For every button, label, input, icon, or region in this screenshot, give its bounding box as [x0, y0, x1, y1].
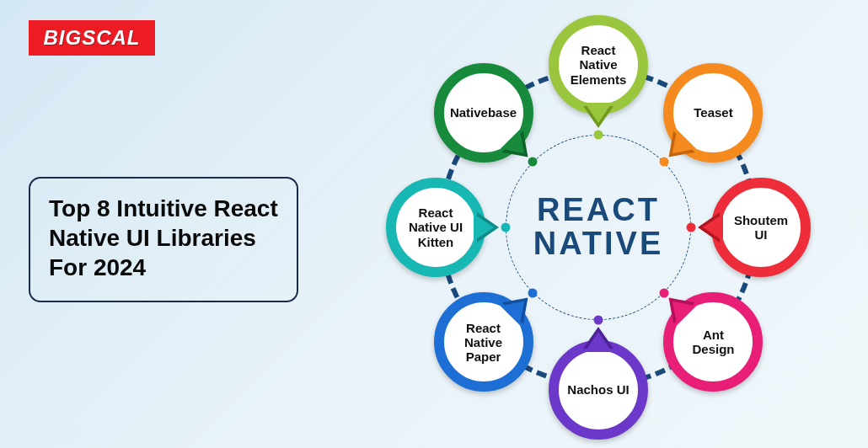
diagram-arrow-tip: [474, 214, 494, 241]
inner-ring-dot: [528, 288, 538, 297]
radial-diagram: REACT NATIVE React Native ElementsTeaset…: [362, 0, 834, 448]
diagram-center-title: REACT NATIVE: [533, 194, 664, 261]
diagram-node-label: Shoutem UI: [728, 213, 794, 243]
brand-logo-text: BIGSCAL: [44, 26, 141, 50]
inner-ring-dot: [528, 157, 538, 167]
diagram-arrow-tip: [703, 214, 723, 241]
page-title: Top 8 Intuitive React Native UI Librarie…: [49, 194, 278, 282]
diagram-arrow-tip: [585, 332, 612, 352]
diagram-node: Nachos UI: [549, 340, 648, 440]
inner-ring-dot: [594, 131, 603, 140]
center-line1: REACT: [533, 194, 664, 227]
diagram-node: React Native Elements: [549, 15, 648, 115]
brand-logo: BIGSCAL: [29, 20, 155, 56]
diagram-node-label: React Native UI Kitten: [403, 205, 469, 249]
inner-ring-dot: [501, 223, 511, 232]
diagram-node-label: Teaset: [694, 105, 732, 120]
diagram-arrow-tip: [585, 103, 612, 123]
diagram-node: Shoutem UI: [711, 178, 811, 277]
diagram-node: React Native UI Kitten: [386, 178, 485, 277]
inner-ring-dot: [687, 223, 696, 232]
diagram-node-label: Ant Design: [680, 328, 746, 357]
title-card: Top 8 Intuitive React Native UI Librarie…: [29, 177, 298, 302]
diagram-node-label: Nachos UI: [567, 382, 629, 397]
diagram-node-label: React Native Elements: [565, 43, 631, 87]
inner-ring-dot: [659, 288, 668, 297]
center-line2: NATIVE: [533, 227, 664, 261]
inner-ring-dot: [659, 157, 668, 167]
inner-ring-dot: [594, 316, 603, 325]
diagram-node-label: React Native Paper: [451, 321, 517, 365]
diagram-node-label: Nativebase: [450, 105, 517, 120]
